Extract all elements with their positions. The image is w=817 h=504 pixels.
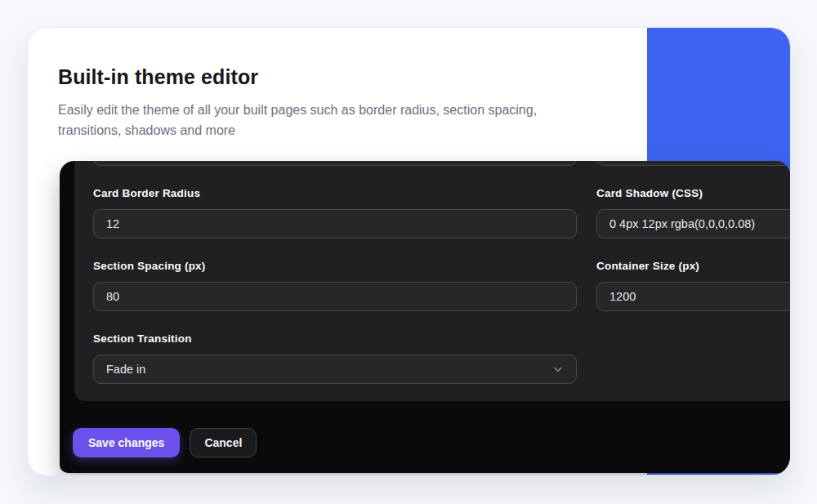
field-container-size: Container Size (px) (596, 260, 790, 311)
card-shadow-css-input[interactable] (596, 209, 790, 239)
cancel-button[interactable]: Cancel (190, 428, 257, 457)
page-subtitle: Easily edit the theme of all your built … (58, 100, 556, 141)
container-size-label: Container Size (px) (596, 260, 790, 272)
field-section-transition: Section Transition Fade in (93, 332, 577, 384)
theme-form-panel: Card Border Radius Card Shadow (CSS) Sec… (74, 161, 790, 401)
card-header: Built-in theme editor Easily edit the th… (58, 65, 556, 141)
section-transition-label: Section Transition (93, 332, 577, 345)
theme-editor-card: Built-in theme editor Easily edit the th… (27, 27, 791, 476)
field-section-spacing: Section Spacing (px) (93, 260, 577, 311)
save-changes-button[interactable]: Save changes (73, 428, 180, 457)
clipped-input-right[interactable] (596, 161, 790, 166)
theme-editor-panel: Card Border Radius Card Shadow (CSS) Sec… (60, 161, 790, 473)
card-shadow-css-label: Card Shadow (CSS) (596, 187, 790, 199)
card-border-radius-label: Card Border Radius (93, 187, 577, 199)
section-transition-value: Fade in (106, 363, 145, 376)
theme-form-grid: Card Border Radius Card Shadow (CSS) Sec… (93, 161, 790, 384)
section-transition-select[interactable]: Fade in (93, 355, 577, 384)
editor-actions: Save changes Cancel (73, 428, 257, 457)
container-size-input[interactable] (596, 282, 790, 311)
field-card-shadow-css: Card Shadow (CSS) (596, 187, 790, 239)
page-title: Built-in theme editor (58, 65, 556, 89)
empty-grid-cell (596, 311, 790, 384)
clipped-input-left[interactable] (93, 161, 577, 166)
chevron-down-icon (552, 364, 564, 375)
section-spacing-input[interactable] (93, 282, 577, 311)
section-spacing-label: Section Spacing (px) (93, 260, 577, 272)
field-card-border-radius: Card Border Radius (93, 187, 577, 239)
card-border-radius-input[interactable] (93, 209, 577, 239)
